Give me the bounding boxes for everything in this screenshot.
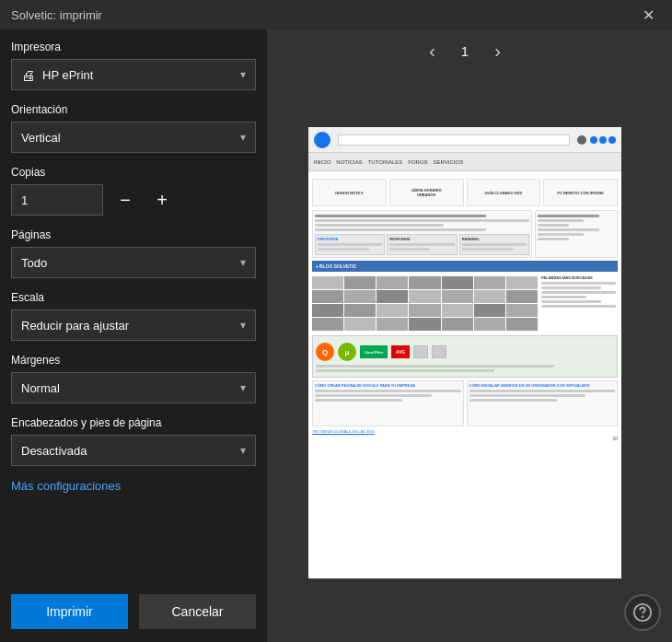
headers-dropdown[interactable]: Desactivada ▾ bbox=[11, 435, 256, 466]
logo-q: Q bbox=[316, 343, 334, 361]
logo-avg: AVG bbox=[391, 345, 410, 358]
page-nav-bar: INICIO NOTICIAS TUTORIALES FOROS SERVICI… bbox=[308, 153, 621, 171]
help-icon bbox=[632, 602, 653, 623]
margins-value: Normal bbox=[21, 381, 60, 395]
right-panel: ‹ 1 › bbox=[267, 29, 672, 642]
logo-utorrent: μ bbox=[338, 343, 356, 361]
page-card-1: HONOR NOTE 8 bbox=[312, 179, 387, 206]
page-nav-item-4: FOROS bbox=[408, 159, 427, 165]
copies-plus-button[interactable]: + bbox=[147, 185, 177, 215]
printer-icon: 🖨 bbox=[21, 67, 35, 83]
page-logo bbox=[314, 132, 330, 148]
page-rank-line bbox=[462, 243, 527, 246]
page-footer-link: TRUTNEWS GLOBALE EN LAS 2016 bbox=[312, 429, 618, 434]
cancel-button[interactable]: Cancelar bbox=[139, 594, 256, 629]
close-button[interactable]: ✕ bbox=[635, 2, 661, 28]
page-banner: ♦ BLOG SOLVETIC bbox=[312, 261, 618, 272]
photo-19 bbox=[442, 304, 473, 317]
left-panel: Impresora 🖨 HP ePrint ▾ Orientación Vert… bbox=[0, 29, 267, 642]
page-line-4 bbox=[315, 228, 486, 231]
page-icon-3 bbox=[608, 136, 616, 144]
more-settings-link[interactable]: Más configuraciones bbox=[11, 479, 256, 493]
orientation-dropdown[interactable]: Vertical ▾ bbox=[11, 122, 256, 153]
page-qa-row: PREGUNTA RESPONDE bbox=[315, 234, 529, 255]
photo-24 bbox=[377, 318, 408, 331]
photo-2 bbox=[344, 276, 376, 289]
page-cards-row: HONOR NOTE 8 LÍMITA HORARIOURBANOS GUÍA … bbox=[312, 179, 618, 206]
margins-label: Márgenes bbox=[11, 354, 256, 367]
bottom-right-icon bbox=[624, 594, 661, 631]
margins-chevron-icon: ▾ bbox=[240, 381, 246, 394]
page-card-3: GUÍA CLONADO HDD bbox=[467, 179, 541, 206]
pages-value: Todo bbox=[21, 256, 47, 270]
pages-label: Páginas bbox=[11, 228, 256, 241]
page-right-line-5 bbox=[538, 233, 584, 236]
orientation-value: Vertical bbox=[21, 131, 61, 145]
page-q-line2 bbox=[318, 248, 369, 251]
page-body: HONOR NOTE 8 LÍMITA HORARIOURBANOS GUÍA … bbox=[308, 171, 621, 578]
logo-libreoffice-text: LibreOffice bbox=[364, 350, 383, 355]
photo-22 bbox=[312, 318, 343, 331]
page-right-line-1 bbox=[538, 215, 599, 217]
page-banner-text: ♦ BLOG SOLVETIC bbox=[316, 263, 356, 269]
s-line-5 bbox=[541, 300, 601, 303]
b-line-6 bbox=[469, 399, 557, 402]
page-r-line bbox=[389, 243, 454, 246]
photo-9 bbox=[344, 290, 376, 303]
print-button[interactable]: Imprimir bbox=[11, 594, 128, 629]
pages-dropdown[interactable]: Todo ▾ bbox=[11, 247, 256, 278]
page-card-2: LÍMITA HORARIOURBANOS bbox=[389, 179, 464, 206]
s-line-3 bbox=[541, 291, 616, 294]
page-right-line-2 bbox=[538, 219, 584, 222]
logo-img-2 bbox=[432, 345, 446, 358]
photo-16 bbox=[344, 304, 376, 317]
margins-dropdown[interactable]: Normal ▾ bbox=[11, 372, 256, 403]
page-icons bbox=[590, 136, 616, 144]
page-line-1 bbox=[315, 215, 486, 217]
photo-15 bbox=[312, 304, 343, 317]
headers-value: Desactivada bbox=[21, 444, 87, 458]
printer-dropdown[interactable]: 🖨 HP ePrint ▾ bbox=[11, 59, 256, 90]
photo-13 bbox=[474, 290, 505, 303]
logos-text-1 bbox=[316, 365, 554, 368]
copies-input[interactable] bbox=[11, 184, 103, 216]
orientation-label: Orientación bbox=[11, 103, 256, 116]
page-col-right bbox=[535, 210, 618, 258]
photo-18 bbox=[409, 304, 440, 317]
page-qa-left: PREGUNTA bbox=[315, 234, 385, 255]
printer-chevron-icon: ▾ bbox=[240, 68, 246, 81]
page-middle-section: PREGUNTA RESPONDE bbox=[312, 210, 618, 258]
page-card-title-2: LÍMITA HORARIOURBANOS bbox=[411, 188, 442, 197]
headers-chevron-icon: ▾ bbox=[240, 444, 246, 457]
headers-label: Encabezados y pies de página bbox=[11, 416, 256, 429]
photo-25 bbox=[409, 318, 440, 331]
photo-28 bbox=[506, 318, 538, 331]
page-nav-item-2: NOTICIAS bbox=[336, 159, 362, 165]
prev-page-button[interactable]: ‹ bbox=[422, 39, 443, 64]
titlebar: Solvetic: imprimir ✕ bbox=[0, 0, 672, 29]
page-search-bar bbox=[338, 134, 570, 146]
content-area: Impresora 🖨 HP ePrint ▾ Orientación Vert… bbox=[0, 29, 672, 642]
s-line-2 bbox=[541, 286, 601, 289]
page-card-title-4: PC REMOTO CON IPHONE bbox=[557, 191, 604, 195]
page-ranking: RANKING bbox=[462, 237, 527, 241]
copies-label: Copias bbox=[11, 166, 256, 179]
page-card-4: PC REMOTO CON IPHONE bbox=[543, 179, 618, 206]
page-line-3 bbox=[315, 224, 444, 227]
photo-23 bbox=[344, 318, 376, 331]
logo-libreoffice: LibreOffice bbox=[360, 345, 388, 358]
page-right-line-4 bbox=[538, 228, 599, 231]
scale-dropdown[interactable]: Reducir para ajustar ▾ bbox=[11, 309, 256, 341]
page-card-title-3: GUÍA CLONADO HDD bbox=[484, 191, 522, 195]
page-logos-row: Q μ LibreOffice AVG bbox=[316, 343, 614, 361]
b-line-2 bbox=[315, 394, 432, 397]
page-logos-section: Q μ LibreOffice AVG bbox=[312, 335, 618, 378]
photo-20 bbox=[474, 304, 505, 317]
next-page-button[interactable]: › bbox=[487, 39, 508, 64]
photo-17 bbox=[377, 304, 408, 317]
page-photo-grid bbox=[312, 276, 538, 331]
page-col-left: PREGUNTA RESPONDE bbox=[312, 210, 532, 258]
copies-minus-button[interactable]: − bbox=[110, 185, 140, 215]
page-footer-link-text: TRUTNEWS GLOBALE EN LAS 2016 bbox=[312, 429, 618, 434]
svg-point-1 bbox=[643, 616, 643, 617]
